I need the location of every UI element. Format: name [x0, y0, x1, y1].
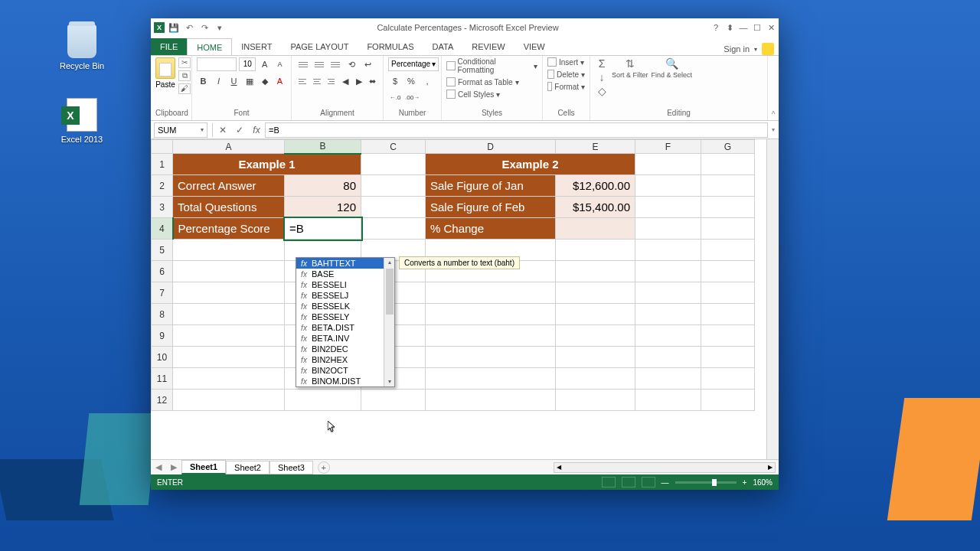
row-header[interactable]: 2 [152, 175, 173, 197]
col-header-F[interactable]: F [635, 140, 701, 154]
cell[interactable] [635, 347, 701, 368]
cell-F4[interactable] [635, 218, 701, 240]
qat-save-button[interactable]: 💾 [168, 21, 180, 34]
cell[interactable] [173, 282, 285, 304]
cell-C4[interactable] [361, 218, 426, 240]
accounting-format-button[interactable]: $ [388, 74, 402, 88]
tab-page-layout[interactable]: PAGE LAYOUT [281, 38, 358, 55]
align-middle-button[interactable] [312, 58, 326, 70]
bold-button[interactable]: B [197, 74, 210, 88]
zoom-thumb[interactable] [712, 479, 717, 486]
enter-formula-button[interactable]: ✓ [231, 122, 248, 138]
tab-formulas[interactable]: FORMULAS [358, 38, 423, 55]
row-header[interactable]: 11 [152, 368, 173, 390]
cell-G2[interactable] [701, 175, 755, 197]
cut-button[interactable]: ✂ [178, 57, 191, 68]
align-bottom-button[interactable] [328, 58, 342, 70]
cell-A3[interactable]: Total Questions [173, 197, 285, 218]
number-format-select[interactable]: Percentage▾ [388, 57, 439, 71]
view-normal-button[interactable] [602, 477, 616, 487]
avatar-icon[interactable] [762, 43, 774, 55]
cell[interactable] [426, 368, 556, 390]
qat-customize-button[interactable]: ▾ [214, 21, 226, 34]
cell-G3[interactable] [701, 197, 755, 218]
cell[interactable] [173, 325, 285, 347]
sheet-table[interactable]: A B C D E F G 1 Example 1 Example 2 2 Co… [151, 139, 755, 411]
format-painter-button[interactable]: 🖌 [178, 83, 191, 94]
find-select-button[interactable]: 🔍Find & Select [652, 57, 693, 109]
scroll-right-icon[interactable]: ▶ [766, 463, 775, 472]
cell[interactable] [173, 240, 285, 261]
qat-undo-button[interactable]: ↶ [183, 21, 195, 34]
cell[interactable] [173, 347, 285, 368]
cell[interactable] [285, 390, 361, 411]
paste-icon[interactable] [155, 57, 175, 79]
autocomplete-item[interactable]: fxBESSELY [296, 311, 394, 322]
cell[interactable] [556, 261, 635, 282]
increase-indent-button[interactable]: ▶ [353, 74, 364, 88]
cell-F3[interactable] [635, 197, 701, 218]
cell[interactable] [701, 368, 755, 390]
cell-C3[interactable] [361, 197, 426, 218]
close-button[interactable]: ✕ [765, 21, 777, 34]
sheet-nav-prev[interactable]: ◀ [151, 462, 166, 472]
zoom-in-button[interactable]: + [743, 478, 747, 487]
autocomplete-item[interactable]: fxBESSELI [296, 279, 394, 290]
decrease-font-button[interactable]: A [273, 57, 286, 71]
cell[interactable] [635, 261, 701, 282]
cell[interactable] [426, 390, 556, 411]
sheet-tab-3[interactable]: Sheet3 [270, 461, 313, 474]
col-header-G[interactable]: G [701, 140, 755, 154]
formula-input[interactable]: =B [265, 122, 768, 138]
percent-format-button[interactable]: % [404, 74, 418, 88]
autocomplete-item[interactable]: fxBASE [296, 269, 394, 279]
ribbon-display-button[interactable]: ⬍ [724, 21, 736, 34]
cell-F2[interactable] [635, 175, 701, 197]
comma-format-button[interactable]: , [420, 74, 434, 88]
cell[interactable] [173, 390, 285, 411]
italic-button[interactable]: I [212, 74, 225, 88]
zoom-out-button[interactable]: — [662, 478, 669, 487]
align-top-button[interactable] [296, 58, 310, 70]
cell[interactable] [635, 304, 701, 325]
merge-button[interactable]: ⬌ [367, 74, 378, 88]
row-header[interactable]: 4 [152, 218, 173, 240]
cell[interactable] [701, 325, 755, 347]
expand-formula-bar-button[interactable]: ▾ [768, 126, 779, 133]
row-header[interactable]: 7 [152, 282, 173, 304]
underline-button[interactable]: U [227, 74, 240, 88]
cell[interactable] [701, 261, 755, 282]
autocomplete-item[interactable]: fxBETA.DIST [296, 322, 394, 333]
autocomplete-item[interactable]: fxBESSELK [296, 301, 394, 311]
col-header-E[interactable]: E [556, 140, 635, 154]
cell[interactable] [556, 304, 635, 325]
help-button[interactable]: ? [710, 21, 722, 34]
zoom-slider[interactable] [675, 481, 737, 484]
collapse-ribbon-button[interactable]: ^ [768, 56, 779, 120]
delete-cells-button[interactable]: Delete▾ [547, 70, 585, 79]
sheet-nav-next[interactable]: ▶ [166, 462, 181, 472]
horizontal-scrollbar[interactable]: ◀ ▶ [554, 462, 776, 473]
view-page-layout-button[interactable] [622, 477, 635, 487]
cell-B2[interactable]: 80 [285, 175, 361, 197]
signin-dropdown-icon[interactable]: ▾ [754, 46, 757, 53]
cell[interactable] [701, 304, 755, 325]
cell[interactable] [426, 282, 556, 304]
scrollbar-thumb[interactable] [386, 269, 394, 315]
row-header[interactable]: 10 [152, 347, 173, 368]
insert-cells-button[interactable]: Insert▾ [547, 57, 585, 67]
cell[interactable] [556, 240, 635, 261]
orientation-button[interactable]: ⟲ [345, 57, 358, 71]
cell[interactable] [635, 325, 701, 347]
align-right-button[interactable] [325, 75, 338, 87]
cell[interactable] [701, 347, 755, 368]
cell-D4[interactable]: % Change [426, 218, 556, 240]
font-size-select[interactable]: 10 [239, 57, 256, 71]
autosum-icon[interactable]: Σ [595, 57, 609, 70]
formula-autocomplete-dropdown[interactable]: fxBAHTTEXT fxBASE fxBESSELI fxBESSELJ fx… [296, 257, 395, 387]
cell[interactable] [556, 368, 635, 390]
signin-link[interactable]: Sign in [724, 44, 750, 54]
cell-E4[interactable] [556, 218, 635, 240]
minimize-button[interactable]: — [737, 21, 750, 34]
cell[interactable] [556, 282, 635, 304]
